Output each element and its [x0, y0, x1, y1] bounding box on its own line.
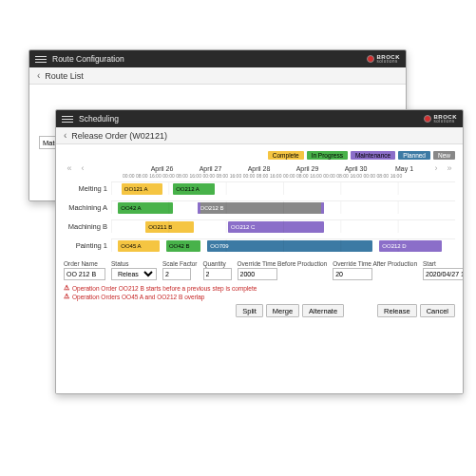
gantt-row: Painting 1OO45 AOO42 BOO709OO212 D: [64, 236, 455, 255]
gantt-track: OO121 AOO212 A: [111, 181, 455, 195]
back-chevron-icon[interactable]: ‹: [37, 70, 40, 81]
status-label: Status: [111, 260, 157, 267]
order-name-input[interactable]: [64, 268, 105, 280]
quantity-label: Quantity: [203, 260, 232, 267]
row-label: Painting 1: [64, 241, 111, 250]
route-subbar: ‹ Route List: [29, 67, 406, 85]
day-header: April 30: [332, 165, 380, 172]
gantt-bar[interactable]: OO212 D: [379, 240, 441, 252]
gantt-track: OO42 AOO212 B: [111, 200, 455, 214]
gantt-bar[interactable]: OO709: [207, 240, 372, 252]
warning-item: ⚠Operation Order OO212 B starts before a…: [64, 284, 455, 292]
route-breadcrumb[interactable]: Route List: [45, 71, 84, 81]
gantt-bar[interactable]: OO42 A: [118, 202, 173, 214]
warning-text: Operation Orders OO45 A and OO212 B over…: [72, 294, 204, 300]
row-label: Machining B: [64, 222, 111, 231]
gantt-bar[interactable]: OO121 A: [122, 183, 162, 195]
gantt-row: Machining BOO211 BOO212 C: [64, 217, 455, 236]
day-header: April 28: [235, 165, 283, 172]
cancel-button[interactable]: Cancel: [420, 304, 455, 317]
warning-icon: ⚠: [64, 293, 69, 300]
split-button[interactable]: Split: [236, 304, 263, 317]
gantt-track: OO211 BOO212 C: [111, 219, 455, 233]
start-input[interactable]: [423, 268, 464, 280]
start-label: Start: [423, 260, 464, 267]
route-titlebar: Route Configuration BROCK solutions: [29, 50, 406, 67]
day-header: April 27: [186, 165, 235, 172]
bar-cap-icon: [321, 202, 324, 214]
status-legend: CompleteIn ProgressMaintenancePlannedNew: [64, 149, 455, 163]
override-before-label: Override Time Before Production: [238, 260, 328, 267]
legend-new: New: [433, 151, 455, 160]
alternate-button[interactable]: Alternate: [302, 304, 344, 317]
gantt-bar[interactable]: OO212 A: [173, 183, 214, 195]
warnings-list: ⚠Operation Order OO212 B starts before a…: [64, 283, 455, 301]
brand-logo: BROCK solutions: [367, 54, 401, 65]
legend-planned: Planned: [398, 151, 430, 160]
scale-factor-input[interactable]: [162, 268, 191, 280]
order-name-label: Order Name: [64, 260, 105, 267]
brand-dot-icon: [424, 115, 431, 123]
gantt-bar[interactable]: OO212 C: [228, 221, 324, 233]
override-after-input[interactable]: [333, 268, 372, 280]
sched-subbar: ‹ Release Order (W02121): [56, 127, 463, 144]
gantt-row: Machining AOO42 AOO212 B: [64, 198, 455, 217]
hamburger-icon[interactable]: [35, 56, 47, 63]
day-header: April 26: [138, 165, 186, 172]
legend-maintenance: Maintenance: [351, 151, 395, 160]
order-form: Order Name Status Released Scale Factor …: [64, 255, 455, 283]
sched-title: Scheduling: [79, 114, 424, 124]
sched-breadcrumb[interactable]: Release Order (W02121): [71, 131, 167, 141]
legend-complete: Complete: [268, 151, 304, 160]
hamburger-icon[interactable]: [62, 116, 73, 123]
gantt-bar[interactable]: OO211 B: [145, 221, 194, 233]
override-after-label: Override Time After Production: [333, 260, 417, 267]
warning-text: Operation Order OO212 B starts before a …: [72, 285, 257, 292]
status-select[interactable]: Released: [111, 268, 157, 280]
back-chevron-icon[interactable]: ‹: [64, 130, 67, 141]
release-button[interactable]: Release: [377, 304, 417, 317]
row-label: Melting 1: [64, 184, 111, 193]
nav-first-icon[interactable]: «: [64, 163, 75, 173]
scale-factor-label: Scale Factor: [162, 260, 198, 267]
quantity-input[interactable]: [203, 268, 232, 280]
nav-prev-icon[interactable]: ‹: [77, 163, 88, 173]
nav-next-icon[interactable]: ›: [430, 163, 442, 173]
sched-titlebar: Scheduling BROCK solutions: [56, 110, 463, 127]
day-header: April 29: [283, 165, 332, 172]
nav-last-icon[interactable]: »: [444, 163, 455, 173]
bar-cap-icon: [198, 202, 200, 214]
scheduling-window: Scheduling BROCK solutions ‹ Release Ord…: [55, 109, 464, 394]
warning-item: ⚠Operation Orders OO45 A and OO212 B ove…: [64, 293, 455, 300]
brand-dot-icon: [367, 55, 374, 63]
day-header: May 1: [380, 165, 428, 172]
gantt-bar[interactable]: OO45 A: [118, 240, 159, 252]
gantt-bar[interactable]: OO42 B: [166, 240, 200, 252]
route-title: Route Configuration: [52, 54, 367, 64]
brand-logo: BROCK solutions: [424, 114, 458, 124]
gantt-row: Melting 1OO121 AOO212 A: [64, 179, 455, 198]
gantt-bar[interactable]: OO212 B: [198, 202, 325, 214]
row-label: Machining A: [64, 203, 111, 212]
gantt-track: OO45 AOO42 BOO709OO212 D: [111, 238, 455, 252]
legend-inprogress: In Progress: [307, 151, 348, 160]
override-before-input[interactable]: [238, 268, 277, 280]
warning-icon: ⚠: [64, 284, 69, 292]
merge-button[interactable]: Merge: [266, 304, 299, 317]
